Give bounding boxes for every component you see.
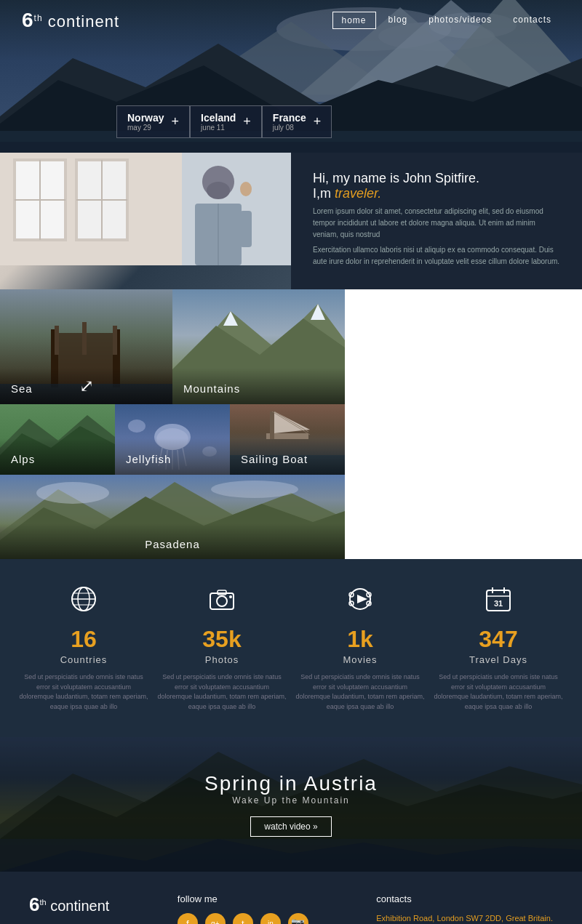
nav-home[interactable]: home — [332, 12, 376, 29]
svg-rect-55 — [270, 411, 274, 439]
about-highlight: traveler. — [335, 186, 381, 201]
gallery-section: ⤢ Sea — [0, 289, 582, 559]
header: 6th continent home blog photos/videos co… — [0, 0, 582, 41]
gallery-mountains-label: Mountains — [183, 382, 240, 395]
stat-travel-days-label: Travel Days — [433, 654, 564, 665]
film-icon — [295, 584, 426, 620]
gallery-sea-label: Sea — [11, 382, 33, 395]
social-twitter[interactable]: t — [233, 913, 253, 924]
stat-countries-desc: Sed ut perspiciatis unde omnis iste natu… — [18, 672, 149, 712]
gallery-pasadena-label: Pasadena — [11, 538, 334, 550]
svg-rect-33 — [82, 322, 87, 355]
svg-point-22 — [207, 182, 230, 199]
camera-icon — [156, 584, 287, 620]
stat-travel-days: 31 347 Travel Days Sed ut perspiciatis u… — [433, 584, 564, 712]
logo-name: continent — [48, 12, 119, 31]
gallery-sea[interactable]: ⤢ Sea — [0, 289, 172, 404]
footer-logo: 6th continent — [29, 893, 109, 924]
dest-tab-norway[interactable]: Norway may 29 + — [116, 105, 190, 138]
dest-plus-norway: + — [172, 114, 180, 129]
svg-rect-32 — [113, 326, 117, 355]
stat-photos-label: Photos — [156, 654, 287, 665]
stat-photos-desc: Sed ut perspiciatis unde omnis iste natu… — [156, 672, 287, 712]
footer-logo-th: th — [39, 898, 46, 907]
footer-follow: follow me f g+ t in 📷 — [178, 893, 308, 924]
dest-name-iceland: Iceland — [201, 112, 236, 124]
footer-main: 6th continent follow me f g+ t in 📷 cont… — [29, 893, 553, 924]
gallery-sea-expand-icon: ⤢ — [79, 376, 94, 396]
about-para-2: Exercitation ullamco laboris nisi ut ali… — [313, 244, 560, 268]
destination-tabs: Norway may 29 + Iceland june 11 + France… — [116, 105, 332, 138]
dest-date-france: july 08 — [273, 124, 306, 132]
gallery-mountains[interactable]: Mountains — [172, 289, 345, 404]
svg-point-64 — [211, 481, 298, 498]
gallery-jellyfish-overlay: Jellyfish — [115, 438, 230, 475]
stat-movies-number: 1k — [295, 626, 426, 653]
footer-address: Exhibition Road, London SW7 2DD, Great B… — [376, 912, 553, 924]
stats-section: 16 Countries Sed ut perspiciatis unde om… — [0, 559, 582, 737]
gallery-sea-overlay: ⤢ Sea — [0, 368, 172, 404]
site-logo[interactable]: 6th continent — [22, 9, 119, 32]
stat-movies-desc: Sed ut perspiciatis unde omnis iste natu… — [295, 672, 426, 712]
stat-countries-label: Countries — [18, 654, 149, 665]
footer-contacts: contacts Exhibition Road, London SW7 2DD… — [376, 893, 553, 924]
social-facebook[interactable]: f — [178, 913, 198, 924]
svg-text:31: 31 — [494, 599, 503, 608]
svg-point-26 — [240, 182, 252, 196]
nav-photos-videos[interactable]: photos/videos — [420, 12, 501, 29]
svg-point-63 — [36, 482, 109, 504]
calendar-icon: 31 — [433, 584, 564, 620]
gallery-alps-label: Alps — [11, 453, 35, 465]
gallery-pasadena[interactable]: Pasadena — [0, 475, 345, 559]
social-googleplus[interactable]: g+ — [205, 913, 226, 924]
video-section: Spring in Austria Wake Up the Mountain w… — [0, 737, 582, 872]
svg-point-51 — [128, 419, 146, 433]
dest-plus-france: + — [314, 114, 322, 129]
globe-icon — [18, 584, 149, 620]
dest-name-france: France — [273, 112, 306, 124]
stat-travel-days-desc: Sed ut perspiciatis unde omnis iste natu… — [433, 672, 564, 712]
gallery-sailing-label: Sailing Boat — [241, 453, 308, 465]
logo-th: th — [34, 13, 43, 23]
dest-plus-iceland: + — [243, 114, 251, 129]
nav-contacts[interactable]: contacts — [504, 12, 560, 29]
gallery-sailing[interactable]: Sailing Boat — [230, 404, 345, 475]
logo-num: 6 — [22, 9, 34, 31]
footer-logo-name: continent — [50, 898, 109, 914]
stat-travel-days-number: 347 — [433, 626, 564, 653]
dest-tab-france[interactable]: France july 08 + — [262, 105, 332, 138]
social-linkedin[interactable]: in — [260, 913, 281, 924]
dest-date-iceland: june 11 — [201, 124, 236, 132]
footer: 6th continent follow me f g+ t in 📷 cont… — [0, 872, 582, 924]
gallery-jellyfish[interactable]: Jellyfish — [115, 404, 230, 475]
gallery-jellyfish-label: Jellyfish — [126, 453, 171, 465]
footer-logo-num: 6 — [29, 893, 39, 915]
dest-name-norway: Norway — [127, 112, 164, 124]
video-subtitle: Wake Up the Mountain — [204, 795, 378, 806]
stat-countries-number: 16 — [18, 626, 149, 653]
svg-point-73 — [229, 595, 232, 598]
svg-rect-31 — [55, 326, 59, 355]
about-photo — [0, 153, 291, 289]
gallery-alps-overlay: Alps — [0, 438, 115, 475]
footer-follow-label: follow me — [178, 893, 308, 904]
about-text: Hi, my name is John Spitfire. I,m travel… — [291, 153, 582, 289]
dest-tab-iceland[interactable]: Iceland june 11 + — [190, 105, 262, 138]
gallery-row-1: ⤢ Sea — [0, 289, 582, 404]
gallery-mountains-overlay: Mountains — [172, 368, 345, 404]
gallery-sailing-overlay: Sailing Boat — [230, 438, 345, 475]
about-section: Hi, my name is John Spitfire. I,m travel… — [0, 153, 582, 289]
stat-photos-number: 35k — [156, 626, 287, 653]
gallery-pasadena-overlay: Pasadena — [0, 523, 345, 559]
gallery-row-2: Alps — [0, 404, 582, 475]
social-instagram[interactable]: 📷 — [288, 913, 308, 924]
social-icons: f g+ t in 📷 — [178, 913, 308, 924]
about-greeting: Hi, my name is John Spitfire. I,m travel… — [313, 171, 560, 201]
gallery-alps[interactable]: Alps — [0, 404, 115, 475]
main-nav: home blog photos/videos contacts — [332, 12, 560, 29]
stat-countries: 16 Countries Sed ut perspiciatis unde om… — [18, 584, 149, 712]
nav-blog[interactable]: blog — [380, 12, 417, 29]
svg-rect-11 — [0, 142, 582, 153]
footer-contacts-label: contacts — [376, 893, 553, 904]
watch-video-button[interactable]: watch video » — [250, 816, 331, 837]
